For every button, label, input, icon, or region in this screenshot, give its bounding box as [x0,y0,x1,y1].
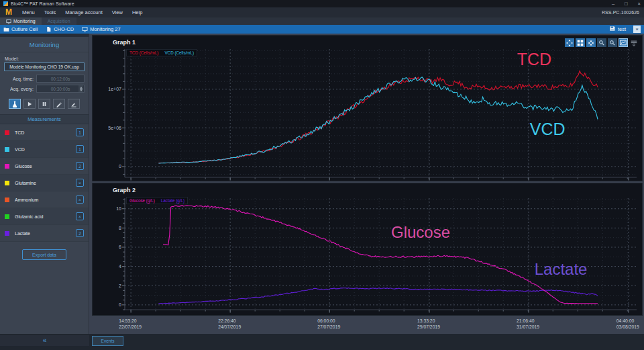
zoom-horizontal-button[interactable] [597,38,606,47]
breadcrumb-item-monitoring-27[interactable]: Monitoring 27 [82,26,120,32]
sidebar: Monitoring Model: Modèle Monitoring CHO … [0,34,89,334]
x-tick-date: 31/07/2019 [517,324,539,330]
pause-icon [41,101,48,107]
document-icon [46,26,52,32]
breadcrumb-label: Cutlure Cell [11,26,38,32]
x-tick-time: 06:00:00 [317,318,340,324]
model-select[interactable]: Modèle Monitoring CHO 19 OK.usp [4,62,85,71]
x-tick-date: 22/07/2019 [119,324,142,330]
measurement-label: Glutamic acid [15,214,76,219]
measurement-label: Ammonium [15,198,76,202]
acq-every-stepper[interactable] [78,85,83,92]
graph-slot-button[interactable]: 1 [76,145,84,153]
zoom-icon [598,40,605,46]
measurement-label: TCD [15,130,76,135]
x-tick-time: 14:53:20 [119,318,142,324]
x-tick-date: 27/07/2019 [317,324,340,330]
x-tick-label: 22:26:4024/07/2019 [218,318,241,330]
session-area: test × [609,26,641,33]
minimize-button[interactable]: – [612,0,614,7]
annotate-button[interactable] [68,99,80,109]
menu-item-menu[interactable]: Menu [17,9,40,15]
x-tick-time: 13:33:20 [417,318,440,324]
play-button[interactable] [23,99,36,109]
close-button[interactable]: × [638,0,641,7]
acquisition-controls [0,99,89,109]
breadcrumb-item-cho-cd[interactable]: CHO-CD [46,26,74,32]
graph1-svg[interactable]: 1e+075e+060TCDVCD [93,36,643,182]
fit-view-button[interactable] [586,38,596,47]
play-icon [26,101,33,107]
measurement-row-glutamic-acid[interactable]: Glutamic acid× [0,208,89,225]
acq-every-input[interactable]: 00:30:00s [36,85,85,93]
graph2-series-lactate [158,288,598,304]
folder-icon [3,26,9,32]
measurement-color-swatch [5,164,9,169]
legend-entry: VCD (Cells/mL) [164,50,194,55]
measurement-color-swatch [5,198,9,202]
save-icon [609,26,615,32]
x-tick-label: 13:33:2029/07/2019 [417,318,440,330]
measurement-row-glucose[interactable]: Glucose2 [0,158,89,175]
curve-options-button[interactable] [629,38,639,47]
y-tick-label: 0 [119,164,121,169]
graph-display-button[interactable] [619,38,628,47]
breadcrumb-label: Monitoring 27 [90,26,120,32]
sidebar-collapse-button[interactable]: « [0,335,89,346]
menu-item-tools[interactable]: Tools [40,9,61,15]
tab-monitoring[interactable]: Monitoring [0,17,42,25]
menu-item-help[interactable]: Help [127,9,147,15]
graph-toolbar [565,38,639,47]
x-tick-label: 06:00:0027/07/2019 [317,318,340,330]
x-tick-time: 21:06:40 [517,318,539,324]
monitor-icon [6,19,11,24]
measurement-row-lactate[interactable]: Lactate2 [0,225,89,242]
graph-slot-button[interactable]: 2 [76,229,84,237]
graph-slot-button[interactable]: × [76,179,84,187]
x-tick-date: 24/07/2019 [218,324,241,330]
legend-entry: TCD (Cells/mL) [129,50,158,55]
measurement-row-tcd[interactable]: TCD1 [0,124,89,141]
pause-button[interactable] [38,99,50,109]
sidebar-title: Monitoring [0,37,89,52]
breadcrumb-item-cutlure-cell[interactable]: Cutlure Cell [3,26,38,32]
measurement-color-swatch [5,130,9,135]
measurement-row-ammonium[interactable]: Ammonium× [0,191,89,208]
pan-view-button[interactable] [565,38,574,47]
acq-time-input[interactable]: 00:12:00s [36,75,85,83]
y-tick-label: 1e+07 [108,87,121,91]
graph-slot-button[interactable]: 1 [76,128,84,136]
events-button[interactable]: Events [92,336,123,346]
graph1-legend: TCD (Cells/mL)VCD (Cells/mL) [126,49,197,56]
menu-item-manage-account[interactable]: Manage account [60,9,107,15]
measurement-color-swatch [5,147,9,152]
annotation-tcd: TCD [517,50,551,69]
menu-bar: M MenuToolsManage accountViewHelp RSS-PC… [0,7,644,17]
menu-item-view[interactable]: View [107,9,127,15]
y-tick-label: 5e+06 [108,126,121,130]
edit-button[interactable] [53,99,65,109]
graph-slot-button[interactable]: 2 [76,162,84,170]
graph1-series-tcd [158,71,598,163]
graph-slot-button[interactable]: × [76,195,84,204]
session-user-label: test [618,26,626,32]
acq-every-label: Acq. every: [4,87,34,91]
measurements-list: TCD1VCD1Glucose2Glutamine×Ammonium×Gluta… [0,124,89,242]
measurement-label: VCD [15,147,76,152]
graph2-panel: Graph 2 Glucose (g/L)Lactate (g/L) 10864… [92,183,643,316]
maximize-button[interactable]: □ [625,0,628,7]
close-view-button[interactable]: × [633,26,641,33]
measurement-row-glutamine[interactable]: Glutamine× [0,175,89,191]
app-icon [3,1,8,6]
bioreactor-button[interactable] [9,99,21,109]
export-data-button[interactable]: Export data [22,249,66,260]
measurement-color-swatch [5,214,9,219]
y-tick-label: 2 [119,283,121,288]
breadcrumb: Cutlure CellCHO-CDMonitoring 27 [3,26,129,32]
tile-graphs-button[interactable] [576,38,585,47]
x-tick-label: 21:06:4031/07/2019 [517,318,539,330]
measurement-row-vcd[interactable]: VCD1 [0,141,89,158]
tab-acquisition[interactable]: Acquisition [42,17,76,25]
graph-slot-button[interactable]: × [76,212,84,220]
zoom-box-button[interactable] [608,38,617,47]
